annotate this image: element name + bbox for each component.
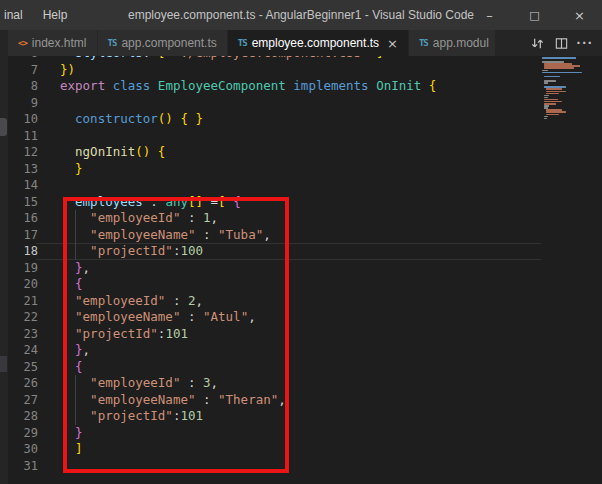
code-line-30: 30 ]	[8, 441, 602, 458]
line-number: 10	[8, 111, 38, 128]
code-line-9: 9	[8, 95, 602, 112]
close-icon[interactable]: ×	[557, 0, 602, 30]
code-line-12: 12 ngOnInit() {	[8, 144, 602, 161]
code-line-17: 17 "employeeName" : "Tuba",	[8, 227, 602, 244]
html-file-icon: <>	[18, 38, 27, 48]
tab-strip: <>index.htmlTSapp.component.tsTSemployee…	[8, 30, 496, 56]
line-content: styleUrls: [ './employee.component.css' …	[60, 56, 384, 62]
code-line-24: 24 },	[8, 342, 602, 359]
line-number: 31	[8, 458, 38, 475]
open-changes-icon[interactable]	[528, 34, 546, 52]
ts-file-icon: TS	[238, 38, 247, 48]
line-content: })	[60, 62, 75, 79]
code-line-14: 14	[8, 177, 602, 194]
tab-app.modul[interactable]: TSapp.modul	[409, 30, 495, 56]
line-content: "employeeName" : "Theran",	[60, 392, 286, 409]
line-number: 26	[8, 375, 38, 392]
menu-bar: inal Help	[0, 0, 77, 30]
sidebar-icon-fragment	[0, 118, 7, 136]
line-number: 24	[8, 342, 38, 359]
code-line-8: 8export class EmployeeComponent implemen…	[8, 78, 602, 95]
line-number: 25	[8, 359, 38, 376]
code-line-25: 25 {	[8, 359, 602, 376]
menu-item-help[interactable]: Help	[33, 0, 78, 30]
code-lines: 6 styleUrls: [ './employee.component.css…	[8, 56, 602, 474]
code-line-22: 22 "employeeName" : "Atul",	[8, 309, 602, 326]
line-number: 14	[8, 177, 38, 194]
line-content: },	[60, 342, 90, 359]
line-number: 27	[8, 392, 38, 409]
code-line-27: 27 "employeeName" : "Theran",	[8, 392, 602, 409]
line-number: 19	[8, 260, 38, 277]
code-line-31: 31	[8, 458, 602, 475]
line-content: {	[60, 359, 83, 376]
sidebar-edge-sliver	[0, 56, 8, 484]
line-content: "projectId":100	[60, 243, 203, 260]
line-content: "employeeId" : 1,	[60, 210, 218, 227]
line-number: 21	[8, 293, 38, 310]
line-content: "projectId":101	[60, 326, 188, 343]
split-editor-icon[interactable]	[552, 34, 570, 52]
line-number: 22	[8, 309, 38, 326]
line-number: 11	[8, 128, 38, 145]
tab-label: index.html	[32, 36, 87, 50]
line-number: 9	[8, 95, 38, 112]
tab-bar: <>index.htmlTSapp.component.tsTSemployee…	[0, 30, 602, 56]
line-content: },	[60, 260, 90, 277]
editor-actions: ···	[518, 30, 602, 56]
ts-file-icon: TS	[108, 38, 117, 48]
tab-employee.component.ts[interactable]: TSemployee.component.ts×	[228, 30, 408, 56]
line-number: 18	[8, 243, 38, 260]
line-content: constructor() { }	[60, 111, 203, 128]
line-number: 28	[8, 408, 38, 425]
line-number: 7	[8, 62, 38, 79]
vscode-window: inal Help employee.component.ts - Angula…	[0, 0, 602, 484]
tab-app.component.ts[interactable]: TSapp.component.ts	[98, 30, 227, 56]
tab-label: app.component.ts	[121, 36, 216, 50]
code-line-20: 20 {	[8, 276, 602, 293]
line-number: 29	[8, 425, 38, 442]
line-number: 30	[8, 441, 38, 458]
line-content: }	[60, 161, 83, 178]
line-content: "employeeName" : "Tuba",	[60, 227, 271, 244]
code-line-19: 19 },	[8, 260, 602, 277]
line-content: export class EmployeeComponent implement…	[60, 78, 436, 95]
code-line-15: 15 employees : any[] =[ {	[8, 194, 602, 211]
code-line-11: 11	[8, 128, 602, 145]
line-content: {	[60, 276, 83, 293]
line-number: 20	[8, 276, 38, 293]
line-content: ]	[60, 441, 83, 458]
maximize-icon[interactable]: □	[512, 0, 557, 30]
minimap-line	[540, 120, 602, 122]
code-line-29: 29 }	[8, 425, 602, 442]
close-tab-icon[interactable]: ×	[387, 37, 398, 50]
tab-index.html[interactable]: <>index.html	[8, 30, 97, 56]
tab-label: app.modul	[433, 36, 489, 50]
line-number: 23	[8, 326, 38, 343]
line-content: "projectId":101	[60, 408, 203, 425]
title-bar: inal Help employee.component.ts - Angula…	[0, 0, 602, 30]
code-line-13: 13 }	[8, 161, 602, 178]
code-line-18: 18 "projectId":100	[8, 243, 602, 260]
more-actions-icon[interactable]: ···	[576, 34, 594, 52]
code-line-10: 10 constructor() { }	[8, 111, 602, 128]
sidebar-icon-fragment	[0, 356, 7, 372]
line-content: "employeeId" : 3,	[60, 375, 218, 392]
line-content: }	[60, 425, 83, 442]
line-content: "employeeId" : 2,	[60, 293, 203, 310]
minimize-icon[interactable]: –	[467, 0, 512, 30]
line-number: 15	[8, 194, 38, 211]
ts-file-icon: TS	[419, 38, 428, 48]
code-line-23: 23 "projectId":101	[8, 326, 602, 343]
line-content: employees : any[] =[ {	[60, 194, 241, 211]
line-number: 13	[8, 161, 38, 178]
menu-item-terminal-cropped[interactable]: inal	[2, 0, 33, 30]
line-number: 16	[8, 210, 38, 227]
code-line-16: 16 "employeeId" : 1,	[8, 210, 602, 227]
minimap[interactable]	[540, 57, 602, 484]
line-number: 12	[8, 144, 38, 161]
window-controls: – □ ×	[467, 0, 602, 30]
line-number: 8	[8, 78, 38, 95]
code-line-26: 26 "employeeId" : 3,	[8, 375, 602, 392]
editor-code-area[interactable]: 6 styleUrls: [ './employee.component.css…	[8, 56, 602, 484]
